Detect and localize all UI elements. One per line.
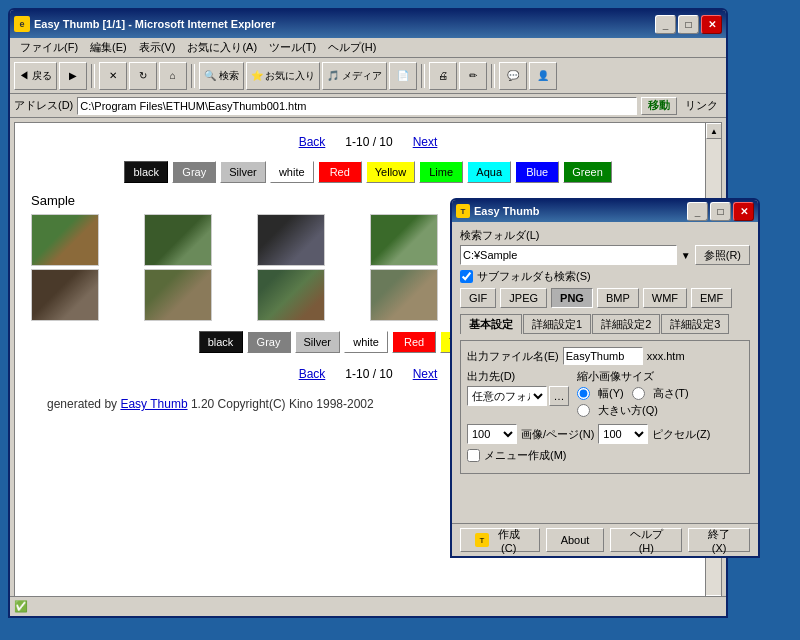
menu-favorites[interactable]: お気に入り(A) xyxy=(181,38,263,57)
dialog-footer: T 作成(C) About ヘルプ(H) 終了(X) xyxy=(452,523,758,556)
thumbnail-1[interactable] xyxy=(31,214,99,266)
folder-input[interactable] xyxy=(460,245,677,265)
bmp-button[interactable]: BMP xyxy=(597,288,639,308)
radio-height-label: 高さ(T) xyxy=(653,386,689,401)
color-btn-silver[interactable]: Silver xyxy=(220,161,266,183)
thumb-size-col: 縮小画像サイズ 幅(Y) 高さ(T) 大きい方(Q) xyxy=(577,369,689,420)
pixel-size-select[interactable]: 100 xyxy=(598,424,648,444)
color-btn-white[interactable]: white xyxy=(270,161,314,183)
radio-height[interactable] xyxy=(632,387,645,400)
edit-button[interactable]: ✏ xyxy=(459,62,487,90)
close-button[interactable]: ✕ xyxy=(701,15,722,34)
next-link[interactable]: Next xyxy=(413,135,438,149)
color-btn-gray-2[interactable]: Gray xyxy=(247,331,291,353)
back-link-2[interactable]: Back xyxy=(299,367,326,381)
color-btn-white-2[interactable]: white xyxy=(344,331,388,353)
back-button[interactable]: ◀ 戻る xyxy=(14,62,57,90)
toolbar-separator-2 xyxy=(191,64,195,88)
dialog-minimize[interactable]: _ xyxy=(687,202,708,221)
color-btn-red[interactable]: Red xyxy=(318,161,362,183)
png-button[interactable]: PNG xyxy=(551,288,593,308)
next-link-2[interactable]: Next xyxy=(413,367,438,381)
thumbnail-3[interactable] xyxy=(257,214,325,266)
radio-larger[interactable] xyxy=(577,404,590,417)
address-input[interactable] xyxy=(77,97,637,115)
tab-detail3[interactable]: 詳細設定3 xyxy=(661,314,729,334)
dialog-maximize[interactable]: □ xyxy=(710,202,731,221)
about-button[interactable]: About xyxy=(546,528,605,552)
print-button[interactable]: 🖨 xyxy=(429,62,457,90)
tab-basic[interactable]: 基本設定 xyxy=(460,314,522,334)
color-btn-lime[interactable]: Lime xyxy=(419,161,463,183)
color-btn-black[interactable]: black xyxy=(124,161,168,183)
thumbnail-8[interactable] xyxy=(144,269,212,321)
pixel-label: ピクセル(Z) xyxy=(652,427,710,442)
stop-button[interactable]: ✕ xyxy=(99,62,127,90)
forward-button[interactable]: ▶ xyxy=(59,62,87,90)
subfolder-checkbox[interactable] xyxy=(460,270,473,283)
color-btn-yellow[interactable]: Yellow xyxy=(366,161,415,183)
home-button[interactable]: ⌂ xyxy=(159,62,187,90)
help-button[interactable]: ヘルプ(H) xyxy=(610,528,682,552)
thumbnail-7[interactable] xyxy=(31,269,99,321)
user-button[interactable]: 👤 xyxy=(529,62,557,90)
emf-button[interactable]: EMF xyxy=(691,288,732,308)
favorites-button[interactable]: ⭐ お気に入り xyxy=(246,62,321,90)
images-count-select[interactable]: 100 xyxy=(467,424,517,444)
toolbar-separator-3 xyxy=(421,64,425,88)
back-link[interactable]: Back xyxy=(299,135,326,149)
minimize-button[interactable]: _ xyxy=(655,15,676,34)
color-btn-aqua[interactable]: Aqua xyxy=(467,161,511,183)
menu-check[interactable] xyxy=(467,449,480,462)
refresh-button[interactable]: ↻ xyxy=(129,62,157,90)
tab-detail1[interactable]: 詳細設定1 xyxy=(523,314,591,334)
images-per-page-label: 画像/ページ(N) xyxy=(521,427,594,442)
images-per-page-row: 100 画像/ページ(N) 100 ピクセル(Z) xyxy=(467,424,743,444)
status-text: ✅ xyxy=(14,600,28,613)
menu-help[interactable]: ヘルプ(H) xyxy=(322,38,382,57)
discuss-button[interactable]: 💬 xyxy=(499,62,527,90)
folder-dropdown-arrow[interactable]: ▼ xyxy=(681,250,691,261)
thumbnail-2[interactable] xyxy=(144,214,212,266)
jpeg-button[interactable]: JPEG xyxy=(500,288,547,308)
scroll-up[interactable]: ▲ xyxy=(706,123,722,139)
output-dir-browse[interactable]: … xyxy=(549,386,569,406)
radio-width-label: 幅(Y) xyxy=(598,386,624,401)
menu-view[interactable]: 表示(V) xyxy=(133,38,182,57)
dialog-close[interactable]: ✕ xyxy=(733,202,754,221)
output-dir-select[interactable]: 任意のフォルダ xyxy=(467,386,547,406)
gif-button[interactable]: GIF xyxy=(460,288,496,308)
toolbar: ◀ 戻る ▶ ✕ ↻ ⌂ 🔍 検索 ⭐ お気に入り 🎵 メディア 📄 🖨 ✏ 💬… xyxy=(10,58,726,94)
wmf-button[interactable]: WMF xyxy=(643,288,687,308)
links-button[interactable]: リンク xyxy=(681,98,722,113)
color-btn-red-2[interactable]: Red xyxy=(392,331,436,353)
page-info: 1-10 / 10 xyxy=(345,135,392,149)
maximize-button[interactable]: □ xyxy=(678,15,699,34)
title-bar: e Easy Thumb [1/1] - Microsoft Internet … xyxy=(10,10,726,38)
color-btn-gray[interactable]: Gray xyxy=(172,161,216,183)
go-button[interactable]: 移動 xyxy=(641,97,677,115)
create-button[interactable]: T 作成(C) xyxy=(460,528,540,552)
menu-edit[interactable]: 編集(E) xyxy=(84,38,133,57)
thumbnail-10[interactable] xyxy=(370,269,438,321)
radio-width[interactable] xyxy=(577,387,590,400)
menu-tools[interactable]: ツール(T) xyxy=(263,38,322,57)
output-file-input[interactable] xyxy=(563,347,643,365)
menu-file[interactable]: ファイル(F) xyxy=(14,38,84,57)
color-btn-green[interactable]: Green xyxy=(563,161,612,183)
media-button[interactable]: 🎵 メディア xyxy=(322,62,387,90)
color-btn-blue[interactable]: Blue xyxy=(515,161,559,183)
search-button[interactable]: 🔍 検索 xyxy=(199,62,244,90)
easy-thumb-link[interactable]: Easy Thumb xyxy=(120,397,187,411)
exit-button[interactable]: 終了(X) xyxy=(688,528,750,552)
color-btn-black-2[interactable]: black xyxy=(199,331,243,353)
output-file-label: 出力ファイル名(E) xyxy=(467,349,559,364)
browse-button[interactable]: 参照(R) xyxy=(695,245,750,265)
search-folder-label: 検索フォルダ(L) xyxy=(460,228,750,243)
history-button[interactable]: 📄 xyxy=(389,62,417,90)
color-btn-silver-2[interactable]: Silver xyxy=(295,331,341,353)
thumbnail-9[interactable] xyxy=(257,269,325,321)
thumbnail-4[interactable] xyxy=(370,214,438,266)
thumb-size-label: 縮小画像サイズ xyxy=(577,369,689,384)
tab-detail2[interactable]: 詳細設定2 xyxy=(592,314,660,334)
